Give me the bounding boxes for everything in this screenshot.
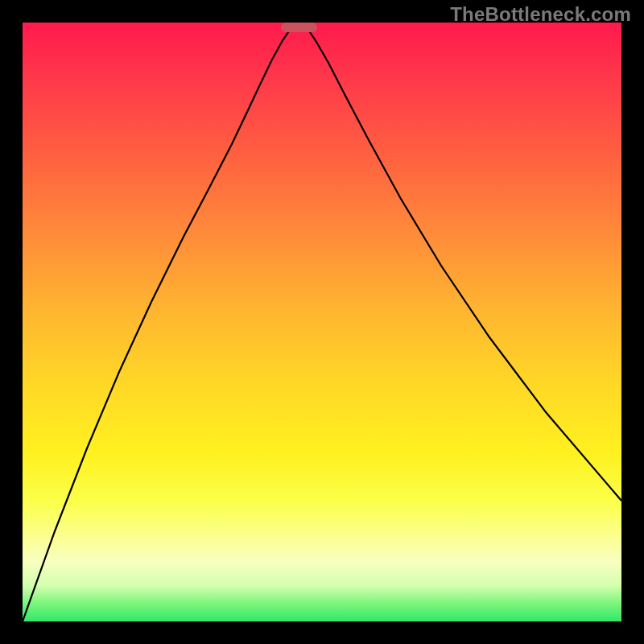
bottleneck-curve xyxy=(23,23,621,621)
curve-left-branch xyxy=(23,26,296,621)
minimum-marker xyxy=(281,23,317,32)
plot-area xyxy=(23,23,621,621)
curve-right-branch xyxy=(296,26,621,501)
chart-frame: TheBottleneck.com xyxy=(0,0,644,644)
